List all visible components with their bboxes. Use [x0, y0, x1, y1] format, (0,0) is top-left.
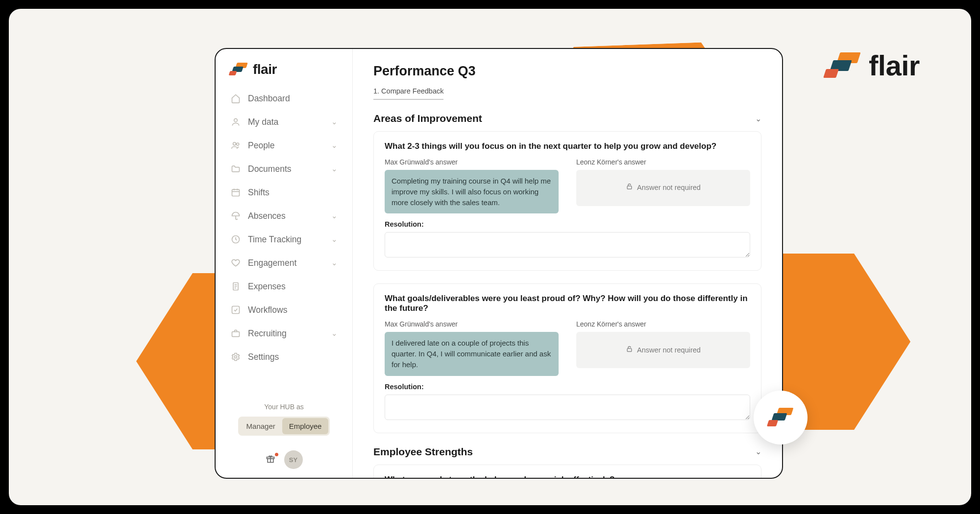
umbrella-icon — [230, 210, 241, 221]
chevron-down-icon: ⌄ — [331, 329, 338, 338]
sidebar-item-label: Shifts — [248, 187, 270, 198]
sidebar-item-workflows[interactable]: Workflows — [224, 299, 343, 321]
answer-not-required: Answer not required — [576, 332, 750, 368]
section-title: Areas of Improvement — [373, 113, 482, 124]
sidebar-item-label: Absences — [248, 211, 286, 221]
sidebar-item-expenses[interactable]: Expenses — [224, 275, 343, 298]
resolution-label: Resolution: — [385, 383, 750, 391]
chevron-down-icon: ⌄ — [331, 164, 338, 173]
sidebar-item-absences[interactable]: Absences⌄ — [224, 205, 343, 227]
question-card: What personal strengths help you do your… — [373, 465, 761, 478]
sidebar-item-label: Settings — [248, 352, 279, 362]
flair-logo-icon — [768, 408, 793, 427]
floating-brand-badge[interactable] — [754, 391, 808, 444]
sidebar-item-label: Workflows — [248, 305, 287, 315]
sidebar-item-label: People — [248, 140, 275, 151]
sidebar-item-label: Dashboard — [248, 93, 290, 104]
hub-segment-employee[interactable]: Employee — [282, 418, 329, 434]
sidebar-item-dashboard[interactable]: Dashboard — [224, 87, 343, 110]
answer-label: Max Grünwald's answer — [385, 158, 559, 166]
svg-point-0 — [234, 118, 238, 122]
resolution-label: Resolution: — [385, 220, 750, 228]
chevron-down-icon[interactable]: ⌄ — [755, 114, 761, 123]
notification-dot-icon — [275, 453, 278, 456]
chevron-down-icon: ⌄ — [331, 235, 338, 244]
brand[interactable]: flair — [224, 62, 343, 87]
sidebar-item-shifts[interactable]: Shifts — [224, 181, 343, 204]
svg-point-1 — [233, 142, 236, 145]
resolution-input[interactable] — [385, 395, 750, 420]
answer-label: Leonz Körner's answer — [576, 158, 750, 166]
sidebar: flair DashboardMy data⌄People⌄Documents⌄… — [216, 49, 353, 478]
sidebar-item-label: Documents — [248, 164, 292, 174]
sidebar-item-settings[interactable]: Settings — [224, 346, 343, 368]
resolution-input[interactable] — [385, 232, 750, 257]
hub-label: Your HUB as — [224, 403, 343, 411]
sidebar-item-people[interactable]: People⌄ — [224, 134, 343, 157]
chevron-down-icon: ⌄ — [331, 258, 338, 267]
question-card: What 2-3 things will you focus on in the… — [373, 131, 761, 271]
svg-rect-3 — [232, 189, 240, 196]
question-prompt: What goals/deliverables were you least p… — [385, 294, 750, 313]
brand-name: flair — [869, 49, 920, 82]
hub-segment-manager[interactable]: Manager — [240, 418, 282, 434]
promo-frame: flair flair DashboardMy data⌄People⌄Docu… — [9, 9, 971, 505]
answer-box: I delivered late on a couple of projects… — [385, 332, 559, 375]
sidebar-item-recruiting[interactable]: Recruiting⌄ — [224, 322, 343, 345]
sidebar-item-time-tracking[interactable]: Time Tracking⌄ — [224, 228, 343, 251]
user-icon — [230, 117, 241, 127]
briefcase-icon — [230, 328, 241, 339]
clock-icon — [230, 234, 241, 245]
avatar[interactable]: SY — [284, 450, 303, 469]
sidebar-item-engagement[interactable]: Engagement⌄ — [224, 252, 343, 274]
sidebar-item-label: Recruiting — [248, 328, 287, 339]
calendar-icon — [230, 187, 241, 198]
sidebar-item-label: Expenses — [248, 281, 286, 292]
home-icon — [230, 93, 241, 104]
answer-box: Completing my training course in Q4 will… — [385, 170, 559, 213]
svg-point-8 — [235, 356, 237, 358]
sidebar-item-my-data[interactable]: My data⌄ — [224, 111, 343, 133]
gear-icon — [230, 351, 241, 362]
sidebar-item-label: My data — [248, 117, 278, 127]
gift-icon[interactable] — [266, 454, 275, 466]
sidebar-item-label: Engagement — [248, 258, 296, 268]
question-prompt: What personal strengths help you do your… — [385, 475, 750, 478]
page-title: Performance Q3 — [373, 64, 761, 79]
main-content: Performance Q3 1. Compare Feedback Areas… — [353, 49, 782, 478]
flair-logo-icon — [825, 52, 861, 79]
answer-label: Leonz Körner's answer — [576, 320, 750, 328]
chevron-down-icon: ⌄ — [331, 141, 338, 150]
question-card: What goals/deliverables were you least p… — [373, 283, 761, 433]
flair-logo-icon — [229, 63, 248, 76]
svg-rect-6 — [232, 306, 240, 314]
wizard-step[interactable]: 1. Compare Feedback — [373, 87, 443, 100]
answer-label: Max Grünwald's answer — [385, 320, 559, 328]
svg-rect-7 — [232, 332, 240, 337]
receipt-icon — [230, 281, 241, 292]
question-prompt: What 2-3 things will you focus on in the… — [385, 141, 750, 151]
chevron-down-icon: ⌄ — [331, 211, 338, 220]
sidebar-item-documents[interactable]: Documents⌄ — [224, 158, 343, 180]
brand-name: flair — [253, 62, 277, 77]
answer-not-required: Answer not required — [576, 170, 750, 206]
hub-switcher: Your HUB as ManagerEmployee — [224, 391, 343, 436]
lock-icon — [626, 345, 633, 355]
nav: DashboardMy data⌄People⌄Documents⌄Shifts… — [224, 87, 343, 368]
hub-toggle[interactable]: ManagerEmployee — [238, 417, 330, 436]
sidebar-footer: SY — [224, 450, 343, 469]
svg-point-2 — [237, 143, 239, 145]
check-icon — [230, 304, 241, 315]
external-brand: flair — [825, 49, 920, 82]
sidebar-item-label: Time Tracking — [248, 234, 301, 245]
people-icon — [230, 140, 241, 151]
heart-icon — [230, 257, 241, 268]
chevron-down-icon: ⌄ — [331, 117, 338, 126]
chevron-down-icon[interactable]: ⌄ — [755, 447, 761, 456]
svg-rect-11 — [627, 186, 632, 189]
svg-rect-12 — [627, 349, 632, 351]
lock-icon — [626, 183, 633, 193]
app-window: flair DashboardMy data⌄People⌄Documents⌄… — [215, 48, 783, 479]
folder-icon — [230, 164, 241, 174]
section-title: Employee Strengths — [373, 446, 473, 458]
